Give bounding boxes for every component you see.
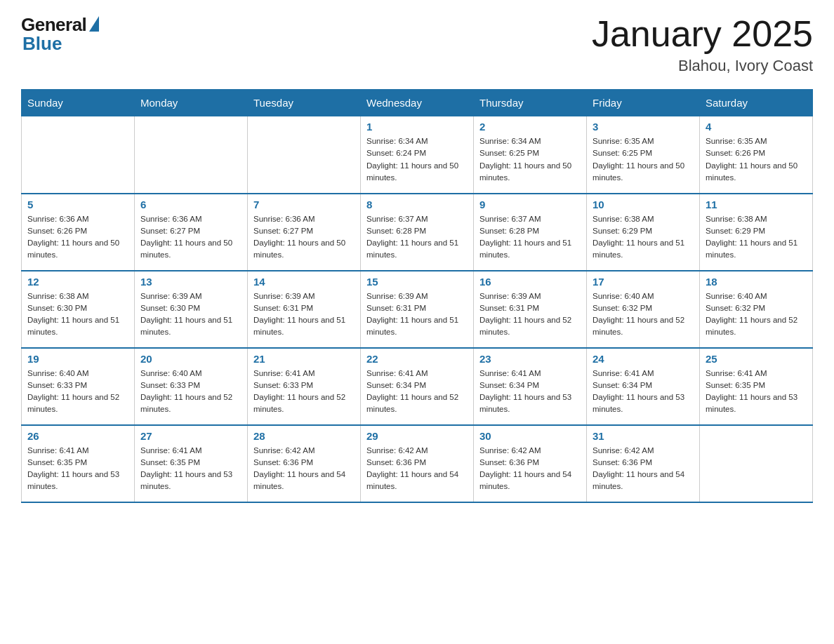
day-number: 25 xyxy=(706,353,807,365)
day-number: 8 xyxy=(366,199,468,210)
day-info: Sunrise: 6:38 AM Sunset: 6:29 PM Dayligh… xyxy=(706,213,807,262)
day-info: Sunrise: 6:39 AM Sunset: 6:31 PM Dayligh… xyxy=(366,290,468,339)
calendar-cell: 4Sunrise: 6:35 AM Sunset: 6:26 PM Daylig… xyxy=(700,116,813,194)
calendar-cell: 7Sunrise: 6:36 AM Sunset: 6:27 PM Daylig… xyxy=(248,194,361,271)
day-info: Sunrise: 6:36 AM Sunset: 6:27 PM Dayligh… xyxy=(253,213,355,262)
day-info: Sunrise: 6:41 AM Sunset: 6:33 PM Dayligh… xyxy=(253,368,355,416)
day-number: 15 xyxy=(366,276,468,288)
calendar-cell: 14Sunrise: 6:39 AM Sunset: 6:31 PM Dayli… xyxy=(248,271,361,348)
header-wednesday: Wednesday xyxy=(361,90,474,116)
day-info: Sunrise: 6:37 AM Sunset: 6:28 PM Dayligh… xyxy=(366,213,468,262)
day-info: Sunrise: 6:38 AM Sunset: 6:30 PM Dayligh… xyxy=(27,290,128,339)
calendar-cell: 6Sunrise: 6:36 AM Sunset: 6:27 PM Daylig… xyxy=(135,194,248,271)
calendar-cell: 26Sunrise: 6:41 AM Sunset: 6:35 PM Dayli… xyxy=(22,425,135,502)
day-info: Sunrise: 6:39 AM Sunset: 6:31 PM Dayligh… xyxy=(479,290,581,339)
day-number: 11 xyxy=(706,199,807,210)
day-number: 17 xyxy=(593,276,694,288)
calendar-cell xyxy=(22,116,135,194)
day-number: 10 xyxy=(593,199,694,210)
calendar-cell xyxy=(248,116,361,194)
day-number: 27 xyxy=(140,430,241,442)
day-number: 7 xyxy=(253,199,355,210)
calendar-table: SundayMondayTuesdayWednesdayThursdayFrid… xyxy=(21,89,813,503)
calendar-subtitle: Blahou, Ivory Coast xyxy=(592,57,813,75)
day-number: 9 xyxy=(479,199,581,210)
day-info: Sunrise: 6:36 AM Sunset: 6:27 PM Dayligh… xyxy=(140,213,241,262)
calendar-week-4: 19Sunrise: 6:40 AM Sunset: 6:33 PM Dayli… xyxy=(22,348,813,425)
day-info: Sunrise: 6:34 AM Sunset: 6:24 PM Dayligh… xyxy=(366,135,468,184)
calendar-cell: 28Sunrise: 6:42 AM Sunset: 6:36 PM Dayli… xyxy=(248,425,361,502)
header-friday: Friday xyxy=(587,90,700,116)
logo: General Blue xyxy=(21,14,99,55)
day-info: Sunrise: 6:42 AM Sunset: 6:36 PM Dayligh… xyxy=(253,445,355,493)
day-info: Sunrise: 6:35 AM Sunset: 6:26 PM Dayligh… xyxy=(706,135,807,184)
day-info: Sunrise: 6:41 AM Sunset: 6:34 PM Dayligh… xyxy=(366,368,468,416)
day-number: 13 xyxy=(140,276,241,288)
calendar-title: January 2025 xyxy=(592,14,813,54)
calendar-cell: 1Sunrise: 6:34 AM Sunset: 6:24 PM Daylig… xyxy=(361,116,474,194)
calendar-cell: 8Sunrise: 6:37 AM Sunset: 6:28 PM Daylig… xyxy=(361,194,474,271)
day-number: 6 xyxy=(140,199,241,210)
title-block: January 2025 Blahou, Ivory Coast xyxy=(592,14,813,75)
header-tuesday: Tuesday xyxy=(248,90,361,116)
day-number: 22 xyxy=(366,353,468,365)
calendar-cell: 24Sunrise: 6:41 AM Sunset: 6:34 PM Dayli… xyxy=(587,348,700,425)
day-info: Sunrise: 6:39 AM Sunset: 6:30 PM Dayligh… xyxy=(140,290,241,339)
calendar-cell: 12Sunrise: 6:38 AM Sunset: 6:30 PM Dayli… xyxy=(22,271,135,348)
day-info: Sunrise: 6:40 AM Sunset: 6:33 PM Dayligh… xyxy=(27,368,128,416)
day-number: 12 xyxy=(27,276,128,288)
day-info: Sunrise: 6:42 AM Sunset: 6:36 PM Dayligh… xyxy=(366,445,468,493)
day-info: Sunrise: 6:40 AM Sunset: 6:32 PM Dayligh… xyxy=(706,290,807,339)
day-info: Sunrise: 6:36 AM Sunset: 6:26 PM Dayligh… xyxy=(27,213,128,262)
calendar-week-3: 12Sunrise: 6:38 AM Sunset: 6:30 PM Dayli… xyxy=(22,271,813,348)
day-number: 29 xyxy=(366,430,468,442)
page-header: General Blue January 2025 Blahou, Ivory … xyxy=(21,14,813,75)
calendar-cell: 19Sunrise: 6:40 AM Sunset: 6:33 PM Dayli… xyxy=(22,348,135,425)
day-number: 4 xyxy=(706,121,807,133)
header-saturday: Saturday xyxy=(700,90,813,116)
logo-triangle-icon xyxy=(89,16,99,32)
calendar-cell: 2Sunrise: 6:34 AM Sunset: 6:25 PM Daylig… xyxy=(474,116,587,194)
day-number: 1 xyxy=(366,121,468,133)
calendar-cell: 3Sunrise: 6:35 AM Sunset: 6:25 PM Daylig… xyxy=(587,116,700,194)
day-info: Sunrise: 6:39 AM Sunset: 6:31 PM Dayligh… xyxy=(253,290,355,339)
calendar-cell: 22Sunrise: 6:41 AM Sunset: 6:34 PM Dayli… xyxy=(361,348,474,425)
calendar-cell: 15Sunrise: 6:39 AM Sunset: 6:31 PM Dayli… xyxy=(361,271,474,348)
header-sunday: Sunday xyxy=(22,90,135,116)
calendar-cell: 29Sunrise: 6:42 AM Sunset: 6:36 PM Dayli… xyxy=(361,425,474,502)
calendar-cell: 17Sunrise: 6:40 AM Sunset: 6:32 PM Dayli… xyxy=(587,271,700,348)
calendar-cell: 9Sunrise: 6:37 AM Sunset: 6:28 PM Daylig… xyxy=(474,194,587,271)
logo-blue-text: Blue xyxy=(21,33,62,55)
calendar-week-1: 1Sunrise: 6:34 AM Sunset: 6:24 PM Daylig… xyxy=(22,116,813,194)
day-info: Sunrise: 6:40 AM Sunset: 6:32 PM Dayligh… xyxy=(593,290,694,339)
day-info: Sunrise: 6:35 AM Sunset: 6:25 PM Dayligh… xyxy=(593,135,694,184)
day-info: Sunrise: 6:41 AM Sunset: 6:35 PM Dayligh… xyxy=(706,368,807,416)
day-number: 20 xyxy=(140,353,241,365)
day-number: 14 xyxy=(253,276,355,288)
day-number: 24 xyxy=(593,353,694,365)
calendar-cell: 20Sunrise: 6:40 AM Sunset: 6:33 PM Dayli… xyxy=(135,348,248,425)
calendar-cell: 10Sunrise: 6:38 AM Sunset: 6:29 PM Dayli… xyxy=(587,194,700,271)
calendar-cell: 16Sunrise: 6:39 AM Sunset: 6:31 PM Dayli… xyxy=(474,271,587,348)
header-thursday: Thursday xyxy=(474,90,587,116)
day-number: 18 xyxy=(706,276,807,288)
calendar-cell xyxy=(700,425,813,502)
calendar-cell: 27Sunrise: 6:41 AM Sunset: 6:35 PM Dayli… xyxy=(135,425,248,502)
day-number: 23 xyxy=(479,353,581,365)
calendar-cell: 13Sunrise: 6:39 AM Sunset: 6:30 PM Dayli… xyxy=(135,271,248,348)
calendar-cell: 18Sunrise: 6:40 AM Sunset: 6:32 PM Dayli… xyxy=(700,271,813,348)
calendar-cell: 23Sunrise: 6:41 AM Sunset: 6:34 PM Dayli… xyxy=(474,348,587,425)
calendar-cell: 30Sunrise: 6:42 AM Sunset: 6:36 PM Dayli… xyxy=(474,425,587,502)
calendar-cell xyxy=(135,116,248,194)
calendar-week-2: 5Sunrise: 6:36 AM Sunset: 6:26 PM Daylig… xyxy=(22,194,813,271)
day-info: Sunrise: 6:41 AM Sunset: 6:35 PM Dayligh… xyxy=(27,445,128,493)
calendar-cell: 11Sunrise: 6:38 AM Sunset: 6:29 PM Dayli… xyxy=(700,194,813,271)
day-info: Sunrise: 6:41 AM Sunset: 6:34 PM Dayligh… xyxy=(479,368,581,416)
day-info: Sunrise: 6:41 AM Sunset: 6:34 PM Dayligh… xyxy=(593,368,694,416)
day-info: Sunrise: 6:42 AM Sunset: 6:36 PM Dayligh… xyxy=(593,445,694,493)
day-number: 28 xyxy=(253,430,355,442)
day-info: Sunrise: 6:37 AM Sunset: 6:28 PM Dayligh… xyxy=(479,213,581,262)
day-number: 5 xyxy=(27,199,128,210)
day-info: Sunrise: 6:41 AM Sunset: 6:35 PM Dayligh… xyxy=(140,445,241,493)
calendar-week-5: 26Sunrise: 6:41 AM Sunset: 6:35 PM Dayli… xyxy=(22,425,813,502)
